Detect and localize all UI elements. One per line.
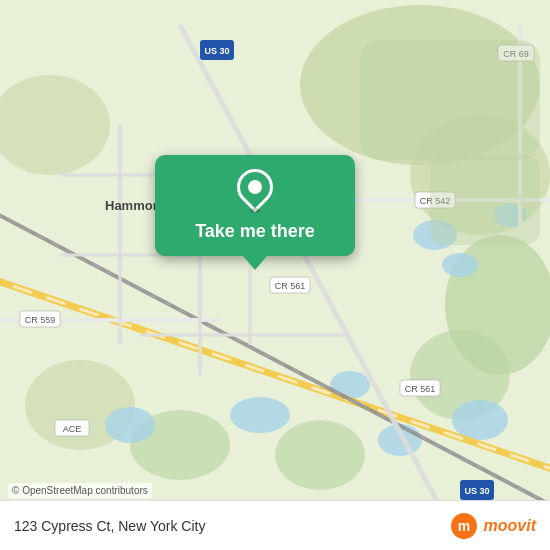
svg-rect-47: [360, 40, 540, 160]
svg-text:CR 561: CR 561: [275, 281, 306, 291]
map-container: US 30 US 30 CR 542 CR 559 CR 561 CR 561 …: [0, 0, 550, 550]
location-pin: [237, 169, 273, 213]
svg-rect-48: [430, 155, 540, 245]
svg-point-11: [105, 407, 155, 443]
take-me-there-button[interactable]: Take me there: [195, 221, 315, 242]
svg-text:US 30: US 30: [204, 46, 229, 56]
map-attribution: © OpenStreetMap contributors: [8, 483, 152, 498]
svg-text:ACE: ACE: [63, 424, 82, 434]
popup-card: Take me there: [155, 155, 355, 256]
svg-text:m: m: [457, 518, 469, 534]
svg-text:CR 561: CR 561: [405, 384, 436, 394]
bottom-bar: 123 Cypress Ct, New York City m moovit: [0, 500, 550, 550]
svg-point-7: [275, 420, 365, 490]
svg-point-12: [230, 397, 290, 433]
moovit-logo: m moovit: [450, 512, 536, 540]
svg-point-4: [0, 75, 110, 175]
moovit-text: moovit: [484, 517, 536, 535]
map-svg: US 30 US 30 CR 542 CR 559 CR 561 CR 561 …: [0, 0, 550, 550]
svg-point-9: [442, 253, 478, 277]
address-label: 123 Cypress Ct, New York City: [14, 518, 205, 534]
svg-text:CR 559: CR 559: [25, 315, 56, 325]
svg-text:US 30: US 30: [464, 486, 489, 496]
moovit-logo-icon: m: [450, 512, 478, 540]
svg-point-15: [452, 400, 508, 440]
